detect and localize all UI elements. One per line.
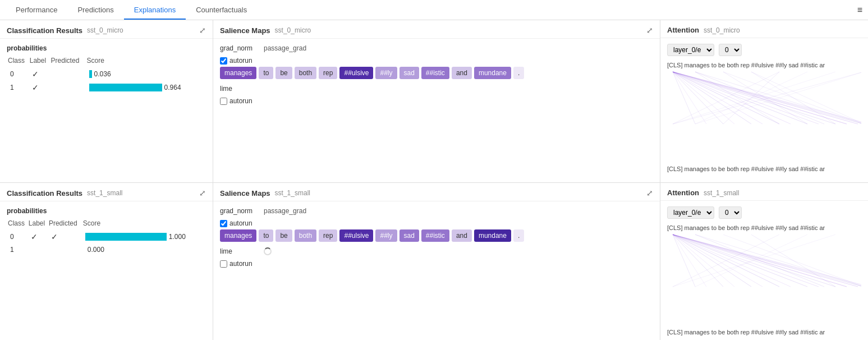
score-bar-1-1 [89, 84, 162, 91]
head-select-1[interactable]: 0 [719, 44, 742, 56]
svg-line-26 [673, 72, 734, 124]
row-1: Classification Results sst_0_micro ⤢ pro… [0, 20, 868, 183]
tab-predictions[interactable]: Predictions [67, 1, 123, 20]
lime-row-1: lime [220, 85, 653, 93]
expand-icon-1[interactable]: ⤢ [199, 26, 206, 35]
token-rep-1: rep [319, 67, 337, 79]
grad-norm-label-2: grad_norm [220, 207, 259, 215]
lime-checkbox-2[interactable] [220, 260, 227, 268]
classification-subtitle-1: sst_0_micro [87, 26, 123, 34]
class-val-1-0: 0 [8, 68, 29, 80]
salience-subtitle-1: sst_0_micro [275, 26, 311, 34]
label-val-1-1: ✓ [30, 81, 50, 94]
token-rep-2: rep [319, 229, 337, 242]
table-row: 0 ✓ ✓ 1.000 [8, 231, 205, 243]
lime-section-2: lime autorun [220, 247, 653, 268]
layer-select-2[interactable]: layer_0/e [667, 206, 714, 219]
head-select-2[interactable]: 0 [719, 206, 742, 219]
table-row: 0 ✓ 0.036 [8, 68, 205, 80]
svg-line-37 [723, 235, 861, 287]
autorun-label-1: autorun [229, 57, 252, 65]
svg-line-46 [673, 235, 791, 287]
classification-body-1: probabilities Class Label Predicted Scor… [0, 39, 213, 182]
grad-norm-checkbox-1[interactable] [220, 57, 227, 65]
probabilities-label-2: probabilities [7, 207, 206, 215]
grad-norm-sub-2: passage_grad [264, 207, 306, 215]
token-be-2: be [275, 229, 292, 242]
lime-checkbox-1[interactable] [220, 98, 227, 105]
table-row: 1 0.000 [8, 244, 205, 255]
menu-icon[interactable]: ≡ [857, 5, 862, 15]
token-be-1: be [275, 67, 292, 79]
score-text-2-1: 0.000 [88, 246, 104, 254]
svg-line-13 [751, 72, 835, 124]
token-to-1: to [259, 67, 273, 79]
classification-body-2: probabilities Class Label Predicted Scor… [0, 201, 213, 340]
svg-line-38 [751, 235, 835, 287]
lime-checkbox-wrap-2: autorun [220, 260, 653, 268]
tab-counterfactuals[interactable]: Counterfactuals [186, 1, 257, 20]
col-score-2: Score [83, 219, 205, 229]
token-ulsive-1: ##ulsive [339, 67, 373, 79]
top-nav: Performance Predictions Explanations Cou… [0, 0, 868, 20]
attention-body-1: layer_0/e 0 [CLS] manages to be both rep… [660, 38, 868, 178]
token-sad-1: sad [399, 67, 419, 79]
grad-norm-section-1: grad_norm passage_grad autorun manages t… [220, 44, 653, 79]
label-val-1-0: ✓ [30, 68, 50, 80]
attn-viz-1 [667, 71, 861, 163]
attention-subtitle-2: sst_1_small [704, 189, 739, 197]
predicted-val-1-0 [51, 68, 86, 80]
score-cell-1-1: 0.964 [87, 81, 205, 94]
svg-line-2 [673, 72, 807, 124]
attn-bottom-text-2: [CLS] manages to be both rep ##ulsive ##… [667, 329, 861, 336]
grad-norm-checkbox-wrap-1: autorun [220, 57, 653, 65]
svg-line-35 [695, 235, 861, 287]
svg-line-48 [673, 235, 734, 287]
expand-salience-1[interactable]: ⤢ [646, 26, 653, 35]
grad-norm-checkbox-wrap-2: autorun [220, 219, 653, 227]
table-row: 1 ✓ 0.964 [8, 81, 205, 94]
token-istic-2: ##istic [421, 229, 449, 242]
expand-icon-2[interactable]: ⤢ [199, 189, 206, 197]
score-text-1-0: 0.036 [94, 70, 111, 78]
attention-panel-1: Attention sst_0_micro layer_0/e 0 [CLS] … [660, 20, 868, 182]
attn-top-text-2: [CLS] manages to be both rep ##ulsive ##… [667, 224, 861, 231]
attention-body-2: layer_0/e 0 [CLS] manages to be both rep… [660, 201, 868, 340]
classification-header-2: Classification Results sst_1_small ⤢ [0, 183, 213, 201]
attn-bottom-text-1: [CLS] manages to be both rep ##ulsive ##… [667, 166, 861, 172]
attention-controls-2: layer_0/e 0 [667, 206, 861, 219]
lime-autorun-label-1: autorun [229, 97, 252, 105]
attn-top-text-1: [CLS] manages to be both rep ##ulsive ##… [667, 62, 861, 68]
tab-performance[interactable]: Performance [6, 1, 67, 20]
score-text-2-0: 1.000 [169, 233, 186, 241]
grad-norm-label-1: grad_norm [220, 44, 259, 52]
classification-panel-1: Classification Results sst_0_micro ⤢ pro… [0, 20, 213, 182]
token-ulsive-2: ##ulsive [339, 229, 373, 242]
svg-line-34 [673, 235, 695, 287]
classification-panel-2: Classification Results sst_1_small ⤢ pro… [0, 183, 213, 340]
tab-explanations[interactable]: Explanations [124, 1, 186, 20]
lime-autorun-label-2: autorun [229, 260, 252, 268]
grad-norm-checkbox-2[interactable] [220, 220, 227, 227]
svg-line-20 [673, 72, 847, 124]
token-to-2: to [259, 229, 273, 242]
col-predicted-2: Predicted [49, 219, 82, 229]
col-class-1: Class [8, 57, 29, 67]
col-score-1: Score [87, 57, 205, 67]
col-label-1: Label [30, 57, 50, 67]
expand-salience-2[interactable]: ⤢ [646, 189, 653, 197]
grad-norm-row-2: grad_norm passage_grad [220, 207, 653, 215]
token-mundane-1: mundane [474, 67, 511, 79]
tokens-row-2: manages to be both rep ##ulsive ##ly sad… [220, 229, 653, 242]
label-val-2-1 [29, 244, 48, 255]
lime-label-2: lime [220, 247, 259, 255]
salience-subtitle-2: sst_1_small [275, 189, 310, 197]
token-manages-1: manages [220, 67, 256, 79]
salience-body-2: grad_norm passage_grad autorun manages t… [213, 201, 660, 340]
svg-line-30 [673, 235, 807, 287]
layer-select-1[interactable]: layer_0/e [667, 44, 714, 56]
svg-line-42 [673, 235, 847, 287]
score-cell-1-0: 0.036 [87, 68, 205, 80]
lime-section-1: lime autorun [220, 85, 653, 105]
prob-table-2: Class Label Predicted Score 0 ✓ ✓ [7, 218, 206, 256]
